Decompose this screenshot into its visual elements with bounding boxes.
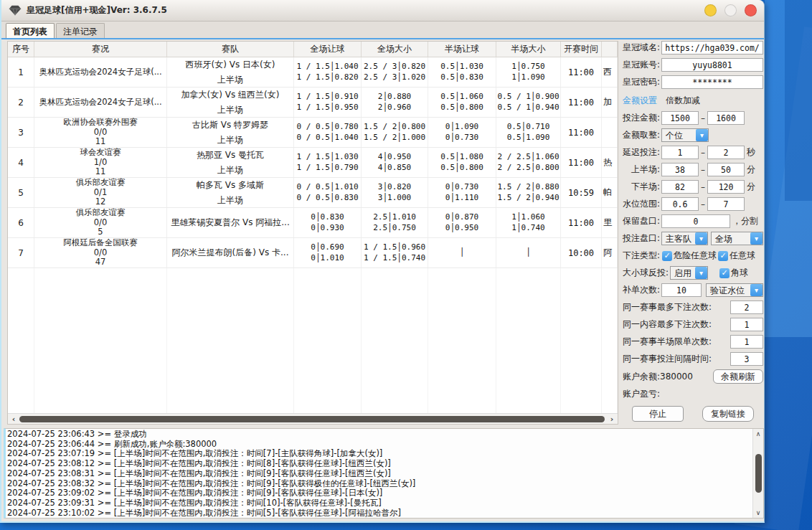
- ht-overunder-odds[interactable]: 0.5│0.710 0.5│1.090: [496, 118, 561, 147]
- title-bar[interactable]: 皇冠足球[信用+现金]Ver: 3.6.7.5: [1, 0, 764, 22]
- corner-checkbox[interactable]: ✓: [719, 268, 730, 278]
- ft-overunder-odds[interactable]: 4│0.950 4│0.850: [362, 148, 428, 177]
- bet-amount-max-input[interactable]: [707, 111, 745, 125]
- table-row[interactable]: 1 奥林匹克运动会2024女子足球(... 西班牙(女) Vs 日本(女) 上半…: [8, 57, 618, 87]
- row-index: 2: [8, 87, 34, 117]
- ht-overunder-odds[interactable]: │: [496, 238, 561, 268]
- clipped-column-text: 西: [602, 57, 618, 87]
- tab-bet-records[interactable]: 注单记录: [56, 23, 105, 38]
- ft-overunder-odds[interactable]: 1 / 1.5│0.960 1 / 1.5│0.740: [362, 238, 428, 268]
- limit-match-max-label: 同一赛事最多下注次数:: [623, 301, 712, 313]
- ft-overunder-odds[interactable]: 2.5│1.010 2.5│0.750: [362, 208, 428, 237]
- ht-handicap-odds[interactable]: 0.5│1.030 0.5│0.830: [428, 57, 496, 87]
- horizontal-scroll-thumb[interactable]: [19, 416, 605, 422]
- ft-handicap-odds[interactable]: 0 / 0.5│0.780 0 / 0.5│1.040: [294, 118, 362, 147]
- ht-overunder-odds[interactable]: 1│1.060 1│0.740: [496, 208, 561, 237]
- ht-overunder-odds[interactable]: 2 / 2.5│1.060 2 / 2.5│0.800: [496, 148, 561, 177]
- password-input[interactable]: [661, 75, 763, 89]
- rounding-select[interactable]: 个位 ▾: [661, 128, 709, 142]
- table-row[interactable]: 6 俱乐部友谊赛 0/0 5 里雄莱锡安夏普尔 Vs 阿福拉... 0│0.83…: [8, 208, 618, 238]
- ft-handicap-odds[interactable]: 0│0.690 0│1.010: [294, 238, 362, 268]
- ft-overunder-odds[interactable]: 3│0.820 3│1.000: [362, 178, 428, 207]
- tab-home-list[interactable]: 首页列表: [6, 23, 55, 38]
- first-half-max-input[interactable]: [707, 163, 745, 176]
- start-time: 11:00: [561, 118, 602, 147]
- amount-settings-link[interactable]: 金额设置: [623, 95, 657, 107]
- limit-interval-input[interactable]: [730, 352, 763, 366]
- scroll-up-icon[interactable]: ∧: [756, 429, 761, 439]
- close-button[interactable]: [745, 4, 757, 16]
- ht-overunder-odds[interactable]: 1│0.750 1│1.090: [496, 57, 561, 87]
- ft-handicap-odds[interactable]: 0│0.830 0│0.930: [294, 208, 362, 237]
- vertical-scroll-thumb[interactable]: [755, 454, 762, 493]
- ft-overunder-odds[interactable]: 2│0.880 2│0.960: [362, 87, 428, 117]
- dangerous-freekick-checkbox[interactable]: ✓: [662, 251, 672, 261]
- ht-handicap-odds[interactable]: 0│1.090 0│0.730: [428, 118, 496, 147]
- refill-count-input[interactable]: [661, 283, 702, 297]
- ht-overunder-odds[interactable]: 0.5 / 1│0.900 0.5 / 1│0.940: [496, 87, 561, 117]
- second-half-max-input[interactable]: [707, 180, 745, 194]
- table-row[interactable]: 5 俱乐部友谊赛 0/1 12 帕多瓦 Vs 多域斯 上半场 0 / 0.5│1…: [8, 178, 618, 208]
- limit-content-max-input[interactable]: [730, 318, 763, 331]
- ft-handicap-odds[interactable]: 1 / 1.5│1.040 1 / 1.5│0.820: [294, 57, 362, 87]
- bet-handicap-select2[interactable]: 全场 ▾: [711, 232, 763, 245]
- ft-handicap-odds[interactable]: 1 / 1.5│0.910 1 / 1.5│0.950: [294, 87, 362, 117]
- ht-overunder-odds[interactable]: 1.5 / 2│0.880 1.5 / 2│0.940: [496, 178, 561, 207]
- limit-half-orders-input[interactable]: [730, 335, 763, 349]
- app-window: 皇冠足球[信用+现金]Ver: 3.6.7.5 首页列表 注单记录 序号 赛况 …: [0, 0, 765, 523]
- ht-handicap-odds[interactable]: 0.5│1.060 0.5│0.800: [428, 87, 496, 117]
- ht-handicap-odds[interactable]: 0│0.730 0│1.110: [428, 178, 496, 207]
- account-input[interactable]: [661, 58, 763, 72]
- delay-max-input[interactable]: [707, 146, 745, 159]
- table-row[interactable]: 2 奥林匹克运动会2024女子足球(... 加拿大(女) Vs 纽西兰(女) 上…: [8, 87, 618, 118]
- ft-overunder-odds[interactable]: 1.5 / 2│0.800 1.5 / 2│1.000: [362, 118, 428, 147]
- ft-handicap-odds[interactable]: 0 / 0.5│1.010 0 / 0.5│0.830: [294, 178, 362, 207]
- bet-amount-min-input[interactable]: [661, 111, 699, 125]
- first-half-min-input[interactable]: [661, 163, 699, 176]
- water-range-min-input[interactable]: [661, 197, 699, 211]
- table-row[interactable]: 7 阿根廷后备全国联赛 0/0 47 阿尔米兰提布朗(后备) Vs 卡... 0…: [8, 238, 618, 268]
- delay-min-input[interactable]: [661, 146, 699, 159]
- bet-handicap-select1[interactable]: 主客队 ▾: [661, 232, 708, 245]
- ht-handicap-odds[interactable]: 0.5│1.080 0.5│0.800: [428, 148, 496, 177]
- verify-water-select[interactable]: 验证水位 ▾: [706, 283, 763, 297]
- match-status: 球会友谊赛 1/0 11: [34, 148, 167, 177]
- range-dash: –: [701, 165, 705, 175]
- domain-input[interactable]: [661, 41, 763, 55]
- second-half-min-input[interactable]: [661, 180, 699, 194]
- refill-label: 补单次数:: [623, 284, 660, 296]
- match-teams: 加拿大(女) Vs 纽西兰(女) 上半场: [167, 87, 294, 117]
- table-row[interactable]: 3 欧洲协会联赛外围赛 0/0 11 古比斯 Vs 特罗姆瑟 上半场 0 / 0…: [8, 118, 618, 148]
- stop-button[interactable]: 停止: [632, 406, 684, 422]
- keep-handicap-input[interactable]: [661, 214, 730, 228]
- ht-handicap-odds[interactable]: 0│0.870 0│0.950: [428, 208, 496, 237]
- ou-reverse-select[interactable]: 启用 ▾: [670, 266, 708, 280]
- scroll-left-icon[interactable]: ‹: [8, 415, 19, 424]
- range-dash: –: [701, 113, 705, 123]
- maximize-button[interactable]: [724, 4, 737, 16]
- bet-handicap-select1-value: 主客队: [662, 232, 695, 245]
- multiplier-link[interactable]: 倍数加减: [666, 95, 700, 107]
- start-time: 11:00: [561, 148, 602, 177]
- vertical-scroll-track[interactable]: [753, 439, 763, 508]
- minimize-button[interactable]: [704, 4, 717, 16]
- water-range-max-input[interactable]: [707, 197, 745, 211]
- balance-value: 380000: [660, 372, 693, 382]
- refresh-balance-button[interactable]: 余额刷新: [713, 369, 763, 384]
- keep-handicap-suffix: ，分割: [732, 215, 758, 227]
- log-console: 2024-07-25 23:06:43 >= 登录成功 2024-07-25 2…: [4, 428, 764, 519]
- copy-link-button[interactable]: 复制链接: [702, 406, 754, 422]
- scroll-down-icon[interactable]: ∨: [756, 508, 761, 518]
- ou-reverse-label: 大小球反投:: [623, 267, 669, 279]
- log-line: 2024-07-25 23:08:31 >= [上半场]时间不在范围内,取消投注…: [7, 469, 752, 479]
- vertical-scrollbar[interactable]: ∧ ∨: [752, 429, 763, 518]
- limit-match-max-input[interactable]: [730, 301, 763, 314]
- horizontal-scrollbar[interactable]: ‹ ›: [8, 413, 618, 424]
- table-row[interactable]: 4 球会友谊赛 1/0 11 热那亚 Vs 曼托瓦 上半场 1 / 1.5│1.…: [8, 148, 618, 178]
- ft-handicap-odds[interactable]: 1 / 1.5│1.030 1 / 1.5│0.790: [294, 148, 362, 177]
- ft-overunder-odds[interactable]: 2.5 / 3│0.820 2.5 / 3│1.020: [362, 57, 428, 87]
- freekick-checkbox[interactable]: ✓: [718, 251, 728, 261]
- bet-handicap-label: 投注盘口:: [623, 232, 660, 245]
- scroll-right-icon[interactable]: ›: [606, 415, 618, 424]
- ht-handicap-odds[interactable]: │: [428, 238, 496, 268]
